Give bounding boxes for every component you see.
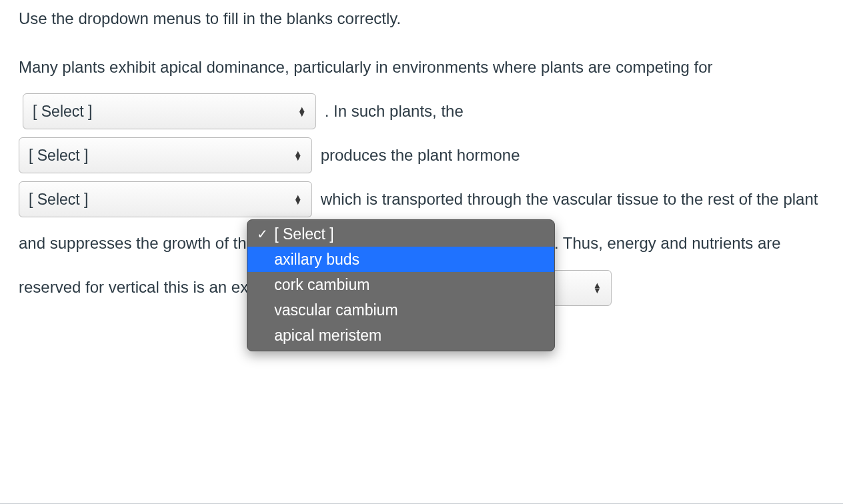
updown-icon: ▲▼ bbox=[297, 107, 306, 116]
dropdown-1-competing-for[interactable]: [ Select ] ▲▼ bbox=[23, 93, 316, 129]
check-icon: ✓ bbox=[254, 216, 270, 252]
updown-icon: ▲▼ bbox=[593, 283, 602, 292]
question-page: Use the dropdown menus to fill in the bl… bbox=[0, 0, 843, 504]
passage-text-2: . In such plants, the bbox=[325, 102, 464, 120]
passage-text-1: Many plants exhibit apical dominance, pa… bbox=[19, 58, 713, 76]
instruction-text: Use the dropdown menus to fill in the bl… bbox=[19, 7, 824, 31]
dropdown-2-label: [ Select ] bbox=[29, 135, 284, 176]
dropdown-3-label: [ Select ] bbox=[29, 179, 284, 220]
dropdown-3-hormone[interactable]: [ Select ] ▲▼ bbox=[19, 181, 312, 217]
dropdown-option[interactable]: apical meristem bbox=[247, 323, 554, 348]
passage-text-3: produces the plant hormone bbox=[321, 146, 520, 164]
updown-icon: ▲▼ bbox=[293, 151, 302, 160]
updown-icon: ▲▼ bbox=[293, 195, 302, 204]
dropdown-1-label: [ Select ] bbox=[33, 91, 288, 132]
dropdown-4-menu[interactable]: ✓[ Select ]axillary budscork cambiumvasc… bbox=[247, 219, 555, 351]
fill-in-the-blank-passage: Many plants exhibit apical dominance, pa… bbox=[19, 45, 824, 309]
dropdown-2-structure[interactable]: [ Select ] ▲▼ bbox=[19, 137, 312, 173]
dropdown-option-label: apical meristem bbox=[270, 315, 381, 356]
